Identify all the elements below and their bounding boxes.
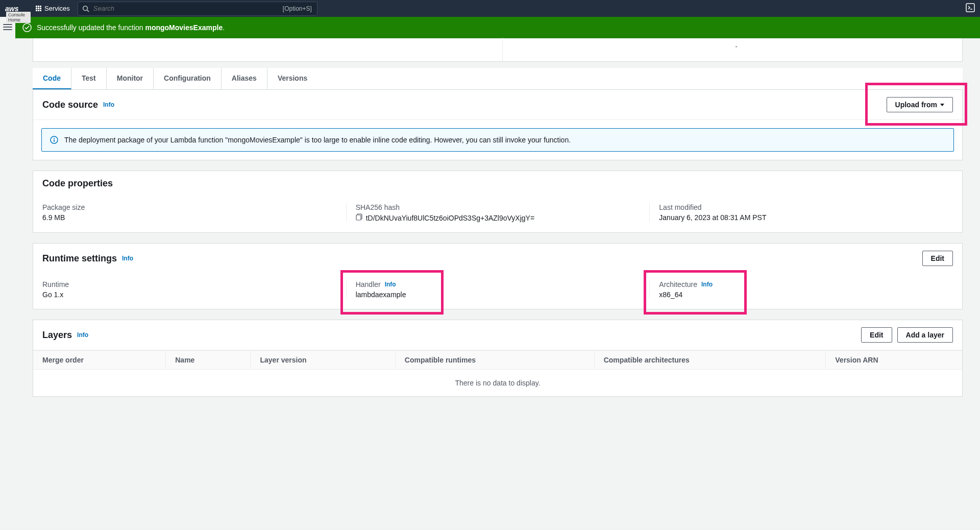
handler-value: lambdaexample: [356, 291, 650, 299]
col-merge-order[interactable]: Merge order: [33, 351, 166, 370]
code-source-panel: Code source Info Upload from The deploym…: [33, 90, 963, 160]
tab-versions[interactable]: Versions: [267, 68, 317, 89]
col-compatible-architectures[interactable]: Compatible architectures: [594, 351, 826, 370]
layers-panel: Layers Info Edit Add a layer Merge order…: [33, 320, 963, 397]
tab-monitor[interactable]: Monitor: [107, 68, 154, 89]
tab-aliases[interactable]: Aliases: [222, 68, 267, 89]
col-layer-version[interactable]: Layer version: [251, 351, 395, 370]
col-version-arn[interactable]: Version ARN: [826, 351, 962, 370]
package-size-label: Package size: [42, 203, 346, 211]
services-label: Services: [44, 5, 70, 12]
code-source-info-link[interactable]: Info: [103, 101, 114, 108]
console-home-badge: Console Home: [6, 12, 31, 23]
tab-test[interactable]: Test: [71, 68, 107, 89]
table-header-row: Merge order Name Layer version Compatibl…: [33, 351, 962, 370]
layers-edit-button[interactable]: Edit: [861, 327, 892, 343]
search-container[interactable]: [Option+S]: [78, 2, 317, 16]
layers-info-link[interactable]: Info: [77, 331, 88, 339]
banner-suffix: .: [223, 23, 225, 32]
search-shortcut: [Option+S]: [283, 5, 312, 12]
code-source-title: Code source: [42, 100, 98, 110]
package-size-value: 6.9 MB: [42, 213, 346, 222]
search-icon: [82, 5, 89, 12]
sha-value: tD/DkNUvaYiuf8UlC5tz6oiOPdS3Sg+3AZl9oVyX…: [366, 214, 534, 222]
stub-value: -: [735, 42, 738, 51]
runtime-info-link[interactable]: Info: [122, 255, 133, 262]
handler-info-link[interactable]: Info: [385, 281, 396, 288]
last-modified-label: Last modified: [659, 203, 953, 211]
arch-label: Architecture: [659, 280, 697, 288]
services-button[interactable]: Services: [36, 5, 70, 12]
info-icon: [50, 136, 58, 144]
svg-point-6: [54, 138, 55, 139]
alert-text: The deployment package of your Lambda fu…: [64, 136, 571, 144]
svg-point-0: [83, 6, 88, 10]
svg-rect-7: [54, 139, 55, 142]
tab-code[interactable]: Code: [33, 68, 71, 89]
banner-prefix: Successfully updated the function: [37, 23, 145, 32]
grid-icon: [36, 6, 41, 11]
tab-configuration[interactable]: Configuration: [154, 68, 222, 89]
empty-text: There is no data to display.: [33, 370, 962, 397]
handler-label: Handler: [356, 280, 381, 288]
svg-line-1: [87, 10, 89, 12]
function-tabs: Code Test Monitor Configuration Aliases …: [33, 68, 963, 90]
upload-from-button[interactable]: Upload from: [887, 97, 953, 112]
search-input[interactable]: [89, 5, 283, 12]
runtime-edit-button[interactable]: Edit: [922, 251, 953, 266]
col-name[interactable]: Name: [166, 351, 251, 370]
svg-rect-9: [356, 215, 361, 220]
code-properties-title: Code properties: [42, 178, 113, 189]
top-nav: aws Console Home Services [Option+S]: [0, 0, 980, 17]
hamburger-menu-icon[interactable]: [3, 22, 12, 32]
sha-label: SHA256 hash: [356, 203, 650, 211]
success-banner: Successfully updated the function mongoM…: [15, 17, 980, 38]
empty-row: There is no data to display.: [33, 370, 962, 397]
runtime-label: Runtime: [42, 280, 346, 288]
runtime-title: Runtime settings: [42, 253, 117, 264]
code-too-large-alert: The deployment package of your Lambda fu…: [41, 128, 954, 152]
cloudshell-icon[interactable]: [966, 3, 975, 14]
upload-from-label: Upload from: [895, 101, 937, 109]
banner-function-name: mongoMoviesExample: [145, 23, 223, 32]
banner-text: Successfully updated the function mongoM…: [37, 23, 225, 32]
last-modified-value: January 6, 2023 at 08:31 AM PST: [659, 213, 953, 222]
arch-info-link[interactable]: Info: [701, 281, 713, 288]
col-compatible-runtimes[interactable]: Compatible runtimes: [395, 351, 594, 370]
arch-value: x86_64: [659, 291, 953, 299]
add-a-layer-button[interactable]: Add a layer: [897, 327, 953, 343]
code-properties-panel: Code properties Package size 6.9 MB SHA2…: [33, 171, 963, 233]
runtime-value: Go 1.x: [42, 291, 346, 299]
function-overview-stub: -: [33, 38, 963, 62]
runtime-settings-panel: Runtime settings Info Edit Runtime Go 1.…: [33, 243, 963, 309]
chevron-down-icon: [940, 104, 944, 106]
success-check-icon: [22, 23, 32, 32]
layers-table: Merge order Name Layer version Compatibl…: [33, 350, 962, 396]
copy-icon[interactable]: [356, 213, 363, 222]
layers-title: Layers: [42, 330, 72, 341]
